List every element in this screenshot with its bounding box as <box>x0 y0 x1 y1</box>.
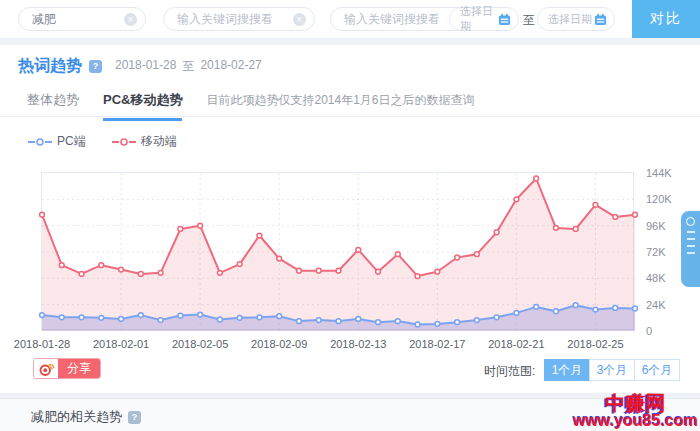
help-icon[interactable]: ? <box>128 411 141 424</box>
trend-date-start: 2018-01-28 <box>115 58 176 75</box>
related-title-row: 减肥的相关趋势 ? <box>31 408 141 426</box>
page: × × × 选择日期 至 选择日期 <box>0 0 700 431</box>
keyword-input-3[interactable] <box>344 12 460 26</box>
trend-note: 目前此项趋势仅支持2014年1月6日之后的数据查询 <box>206 91 474 109</box>
svg-text:48K: 48K <box>646 272 666 284</box>
calendar-icon <box>594 13 607 26</box>
related-title: 减肥的相关趋势 <box>31 408 122 426</box>
weibo-icon <box>34 359 58 378</box>
svg-text:24K: 24K <box>646 299 666 311</box>
trend-date-to: 至 <box>182 58 194 75</box>
share-button[interactable]: 分享 <box>33 358 101 379</box>
clear-icon[interactable]: × <box>293 13 306 26</box>
related-section: 减肥的相关趋势 ? <box>0 398 700 431</box>
date-picker-start[interactable]: 选择日期 <box>449 7 519 31</box>
keyword-input-2[interactable] <box>177 12 293 26</box>
topbar: × × × 选择日期 至 选择日期 <box>0 0 700 38</box>
calendar-icon <box>498 13 511 26</box>
legend-marker-pc-icon <box>28 137 52 147</box>
legend-item-pc[interactable]: PC端 <box>28 133 86 150</box>
keyword-input-1-wrap: × <box>18 7 146 31</box>
svg-text:2018-02-05: 2018-02-05 <box>172 338 228 350</box>
chart-legend: PC端 移动端 <box>28 133 177 150</box>
trend-card: 热词趋势 ? 2018-01-28 至 2018-02-27 整体趋势 PC&移… <box>0 45 700 393</box>
svg-text:2018-01-28: 2018-01-28 <box>14 338 70 350</box>
clear-icon[interactable]: × <box>124 13 137 26</box>
tab-overall-trend[interactable]: 整体趋势 <box>27 91 79 118</box>
compare-button[interactable]: 对比 <box>632 0 700 38</box>
trend-line-chart[interactable]: 024K48K72K96K120K144K2018-01-282018-02-0… <box>41 172 634 330</box>
trend-date-range: 2018-01-28 至 2018-02-27 <box>115 58 262 75</box>
time-range-label: 时间范围: <box>484 363 535 380</box>
trend-title-row: 热词趋势 ? 2018-01-28 至 2018-02-27 <box>18 56 262 77</box>
legend-label-mobile: 移动端 <box>141 133 177 150</box>
date-placeholder: 选择日期 <box>548 12 594 27</box>
svg-text:120K: 120K <box>646 193 672 205</box>
svg-text:96K: 96K <box>646 220 666 232</box>
trend-date-end: 2018-02-27 <box>200 58 261 75</box>
svg-text:2018-02-25: 2018-02-25 <box>567 338 623 350</box>
keyword-input-2-wrap: × <box>163 7 315 31</box>
legend-marker-mobile-icon <box>112 137 136 147</box>
svg-text:2018-02-09: 2018-02-09 <box>251 338 307 350</box>
share-label: 分享 <box>58 359 100 378</box>
legend-label-pc: PC端 <box>57 133 86 150</box>
date-to-label: 至 <box>523 12 535 29</box>
svg-text:2018-02-21: 2018-02-21 <box>488 338 544 350</box>
svg-text:2018-02-17: 2018-02-17 <box>409 338 465 350</box>
svg-text:0: 0 <box>646 325 652 337</box>
svg-text:2018-02-13: 2018-02-13 <box>330 338 386 350</box>
svg-text:2018-02-01: 2018-02-01 <box>93 338 149 350</box>
svg-text:144K: 144K <box>646 167 672 179</box>
help-icon[interactable]: ? <box>89 60 102 73</box>
keyword-input-1[interactable] <box>32 12 124 26</box>
time-range-1-month[interactable]: 1个月 <box>544 359 590 381</box>
legend-item-mobile[interactable]: 移动端 <box>112 133 177 150</box>
svg-text:72K: 72K <box>646 246 666 258</box>
floating-widget-icon <box>686 217 695 226</box>
floating-side-widget[interactable] <box>681 211 700 287</box>
time-range-6-month[interactable]: 6个月 <box>634 359 680 381</box>
page-title: 热词趋势 <box>18 56 82 77</box>
time-range-3-month[interactable]: 3个月 <box>589 359 635 381</box>
tab-divider <box>0 116 700 117</box>
date-picker-end[interactable]: 选择日期 <box>537 7 615 31</box>
time-range-group: 1个月 3个月 6个月 <box>545 359 680 381</box>
date-placeholder: 选择日期 <box>460 4 498 34</box>
